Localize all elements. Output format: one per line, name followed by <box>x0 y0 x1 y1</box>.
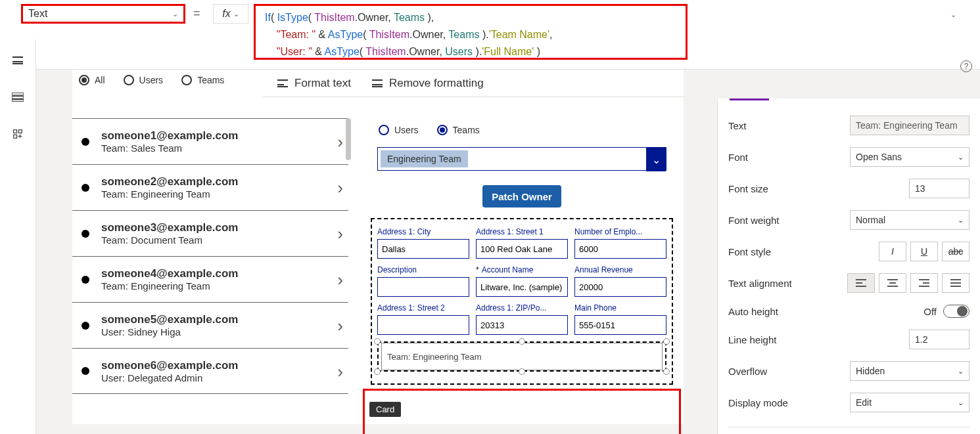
field-input[interactable] <box>476 239 568 259</box>
list-item[interactable]: someone5@example.comUser: Sidney Higa› <box>72 302 348 348</box>
prop-font-style: Font style I U abc <box>728 242 969 261</box>
patch-owner-button[interactable]: Patch Owner <box>482 185 561 207</box>
resize-handle[interactable] <box>663 368 670 375</box>
field-input[interactable] <box>476 315 568 335</box>
gallery-list[interactable]: someone1@example.comTeam: Sales Team›som… <box>72 118 348 394</box>
team-combobox[interactable]: Engineering Team ⌄ <box>377 147 666 171</box>
form-card[interactable]: Address 1: City <box>377 227 469 259</box>
field-input[interactable] <box>574 277 666 297</box>
field-label: Annual Revenue <box>574 265 666 274</box>
tree-view-icon[interactable] <box>9 91 26 104</box>
resize-handle[interactable] <box>663 338 670 345</box>
chevron-right-icon: › <box>337 362 343 382</box>
bullet-icon <box>82 230 89 238</box>
field-input[interactable] <box>377 239 469 259</box>
owner-type-radios: Users Teams <box>379 125 673 135</box>
list-item-title: someone5@example.com <box>101 313 238 326</box>
prop-font-select[interactable]: Open Sans⌄ <box>850 147 969 167</box>
prop-font-weight: Font weight Normal⌄ <box>728 210 969 230</box>
field-input[interactable] <box>574 315 666 335</box>
list-item[interactable]: someone4@example.comTeam: Engineering Te… <box>72 256 348 302</box>
resize-handle[interactable] <box>374 368 381 375</box>
prop-font-size-input[interactable]: 13 <box>909 179 969 198</box>
formula-expand-icon[interactable]: ⌄ <box>950 11 956 19</box>
left-nav <box>0 39 36 434</box>
formula-editor[interactable]: If( IsType( ThisItem.Owner, Teams ), "Te… <box>254 4 688 60</box>
design-canvas: All Users Teams Format text Remove forma… <box>72 70 684 424</box>
form-card[interactable]: Address 1: Street 2 <box>377 303 469 335</box>
form-card[interactable]: Description <box>377 265 469 297</box>
prop-line-height: Line height 1.2 <box>728 330 969 349</box>
selected-card[interactable]: Team: Engineering Team <box>377 341 666 372</box>
list-item-subtitle: Team: Document Team <box>101 234 238 246</box>
filter-teams[interactable]: Teams <box>181 75 224 85</box>
help-icon[interactable]: ? <box>960 60 972 72</box>
card-tooltip: Card <box>369 402 401 417</box>
components-icon[interactable] <box>9 127 26 141</box>
owner-radio-teams[interactable]: Teams <box>437 125 480 135</box>
list-item-subtitle: Team: Sales Team <box>101 142 238 154</box>
auto-height-toggle[interactable] <box>943 305 969 318</box>
prop-overflow-select[interactable]: Hidden⌄ <box>850 361 969 381</box>
align-center[interactable] <box>879 273 906 293</box>
prop-font: Font Open Sans⌄ <box>728 147 969 167</box>
list-item[interactable]: someone3@example.comTeam: Document Team› <box>72 210 348 256</box>
filter-users[interactable]: Users <box>124 75 164 85</box>
field-input[interactable] <box>377 315 469 335</box>
property-dropdown[interactable]: Text ⌄ <box>21 4 185 24</box>
edit-form: Card Address 1: CityAddress 1: Street 1N… <box>371 218 673 385</box>
field-input[interactable] <box>574 239 666 259</box>
resize-handle[interactable] <box>519 368 525 375</box>
bullet-icon <box>82 367 89 375</box>
bullet-icon <box>82 138 89 146</box>
form-card[interactable]: Address 1: Street 1 <box>476 227 568 259</box>
list-item-title: someone1@example.com <box>101 129 238 142</box>
prop-display-mode-select[interactable]: Edit⌄ <box>850 393 969 412</box>
gallery-scrollbar[interactable] <box>346 118 351 160</box>
prop-display-mode: Display mode Edit⌄ <box>728 393 969 412</box>
field-input[interactable] <box>476 277 568 297</box>
field-label: Address 1: ZIP/Po... <box>476 303 568 313</box>
bullet-icon <box>82 184 89 192</box>
form-card[interactable]: *Account Name <box>476 265 568 297</box>
prop-text-align: Text alignment <box>728 273 969 293</box>
list-item[interactable]: someone2@example.comTeam: Engineering Te… <box>72 164 348 210</box>
prop-font-weight-select[interactable]: Normal⌄ <box>850 210 969 230</box>
form-card[interactable]: Address 1: ZIP/Po... <box>476 303 568 335</box>
align-left[interactable] <box>847 273 875 293</box>
font-style-underline[interactable]: U <box>910 242 938 261</box>
align-justify[interactable] <box>942 273 969 293</box>
property-dropdown-value: Text <box>28 8 47 20</box>
svg-rect-5 <box>14 135 17 138</box>
prop-auto-height: Auto height Off <box>728 305 969 318</box>
prop-text-value[interactable]: Team: Engineering Team <box>850 116 969 135</box>
format-text-button[interactable]: Format text <box>277 77 351 90</box>
list-item-subtitle: Team: Engineering Team <box>101 280 238 292</box>
font-style-italic[interactable]: I <box>879 242 906 261</box>
prop-line-height-input[interactable]: 1.2 <box>909 330 969 349</box>
properties-panel: Text Team: Engineering Team Font Open Sa… <box>717 98 980 434</box>
svg-rect-4 <box>18 130 22 133</box>
chevron-down-icon: ⌄ <box>958 216 964 225</box>
filter-all[interactable]: All <box>79 75 105 85</box>
divider <box>728 427 969 427</box>
list-item[interactable]: someone1@example.comTeam: Sales Team› <box>72 118 348 164</box>
combobox-value: Engineering Team <box>381 150 468 167</box>
fx-button[interactable]: fx⌄ <box>213 4 248 24</box>
font-style-strike[interactable]: abc <box>942 242 969 261</box>
form-card[interactable]: Annual Revenue <box>574 265 666 297</box>
form-card[interactable]: Number of Emplo... <box>574 227 666 259</box>
owner-radio-users[interactable]: Users <box>379 125 419 135</box>
svg-rect-2 <box>12 100 24 102</box>
chevron-down-icon: ⌄ <box>958 399 964 407</box>
formula-formatting-bar: Format text Remove formatting <box>263 70 684 97</box>
hamburger-icon[interactable] <box>9 54 26 67</box>
resize-handle[interactable] <box>519 338 525 345</box>
resize-handle[interactable] <box>374 338 381 345</box>
align-right[interactable] <box>910 273 938 293</box>
field-input[interactable] <box>377 277 469 297</box>
remove-formatting-button[interactable]: Remove formatting <box>372 77 484 90</box>
list-item[interactable]: someone6@example.comUser: Delegated Admi… <box>72 348 348 394</box>
form-card[interactable]: Main Phone <box>574 303 666 335</box>
field-label: *Account Name <box>476 265 568 274</box>
